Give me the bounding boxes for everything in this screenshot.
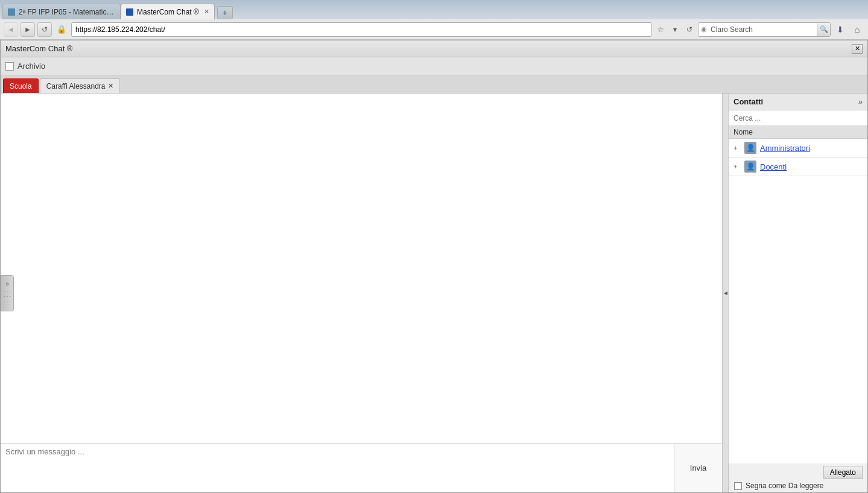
contact-group-amministratori[interactable]: + 👤 Amministratori [729, 139, 867, 157]
person-icon-docenti: 👤 [746, 162, 755, 171]
contact-name-amministratori[interactable]: Amministratori [760, 144, 810, 153]
avatar-docenti: 👤 [744, 161, 756, 173]
search-engine-icon[interactable]: ◉ [699, 25, 709, 33]
reload-button[interactable]: ↺ [37, 22, 52, 37]
search-box-label: Claro Search [709, 25, 817, 34]
lock-icon: 🔒 [54, 22, 69, 37]
contacts-empty-area [729, 176, 867, 463]
browser-tab-1[interactable]: 2ª FP IFP IP05 - Matematica - Caraffi ..… [2, 4, 121, 19]
expand-icon-docenti: + [733, 163, 741, 170]
home-button[interactable]: ⌂ [850, 22, 864, 37]
tab-bar: 2ª FP IFP IP05 - Matematica - Caraffi ..… [0, 0, 868, 19]
contacts-toggle-button[interactable]: ◄ [723, 94, 729, 492]
chat-input[interactable] [1, 444, 674, 492]
contact-group-docenti[interactable]: + 👤 Docenti [729, 157, 867, 176]
tab-favicon-1 [8, 8, 15, 16]
contacts-expand-button[interactable]: » [858, 97, 863, 106]
app-window: MasterCom Chat ® ✕ Archivio Scuola Caraf… [0, 40, 868, 493]
chat-input-section [1, 444, 674, 492]
bookmark-list-icon[interactable]: ▾ [669, 24, 681, 36]
bookmark-icon[interactable]: ☆ [654, 24, 667, 36]
search-box: ◉ Claro Search 🔍 [698, 22, 831, 37]
contacts-column-name: Nome [733, 128, 753, 136]
side-toggle-arrows-icon: » [5, 281, 9, 287]
contacts-search-input[interactable] [729, 110, 867, 126]
chat-tabs-bar: Scuola Caraffi Alessandra ✕ [1, 75, 867, 94]
new-tab-button[interactable]: + [217, 6, 233, 19]
chat-panel: » · · ·· · ·· · · Invia [1, 94, 723, 492]
send-section: Invia [674, 444, 722, 492]
tab-close-btn[interactable]: ✕ [204, 8, 209, 16]
address-bar[interactable] [71, 22, 652, 37]
tab-scuola-label: Scuola [10, 82, 32, 91]
contact-name-docenti[interactable]: Docenti [760, 162, 787, 171]
search-submit-btn[interactable]: 🔍 [817, 23, 830, 36]
tab-favicon-2 [126, 8, 133, 16]
forward-button[interactable]: ► [21, 22, 35, 37]
segna-label: Segna come Da leggere [746, 482, 823, 490]
app-close-button[interactable]: ✕ [852, 44, 863, 54]
nav-icons: ☆ ▾ ↺ [654, 24, 695, 36]
right-bottom-extras: Allegato Segna come Da leggere [729, 463, 867, 492]
back-button[interactable]: ◄ [4, 22, 18, 37]
send-button[interactable]: Invia [690, 463, 706, 472]
browser-tab-1-label: 2ª FP IFP IP05 - Matematica - Caraffi ..… [19, 8, 115, 16]
contacts-header: Contatti » [729, 94, 867, 110]
expand-icon-amministratori: + [733, 144, 741, 151]
allegato-button[interactable]: Allegato [823, 466, 863, 479]
browser-tab-2-label: MasterCom Chat ® [137, 8, 199, 16]
archive-checkbox[interactable] [5, 62, 14, 71]
app-toolbar: Archivio [1, 57, 867, 75]
download-button[interactable]: ⬇ [833, 22, 847, 37]
person-icon-amministratori: 👤 [746, 144, 755, 152]
app-title-bar: MasterCom Chat ® ✕ [1, 40, 867, 57]
contacts-column-header: Nome [729, 126, 867, 139]
tab-scuola[interactable]: Scuola [3, 78, 39, 93]
nav-bar: ◄ ► ↺ 🔒 ☆ ▾ ↺ ◉ Claro Search 🔍 ⬇ ⌂ [0, 19, 868, 40]
side-toggle-dots-icon: · · ·· · ·· · · [4, 288, 11, 305]
right-column: Contatti » Nome + 👤 Amministratori + � [729, 94, 867, 492]
reload-icon[interactable]: ↺ [683, 24, 695, 36]
archive-label: Archivio [17, 62, 45, 71]
main-content: » · · ·· · ·· · · Invia ◄ Contatti [1, 94, 867, 492]
avatar-amministratori: 👤 [744, 142, 756, 154]
tab-caraffi-label: Caraffi Alessandra [46, 82, 106, 91]
tab-caraffi-close[interactable]: ✕ [108, 82, 113, 90]
browser-chrome: 2ª FP IFP IP05 - Matematica - Caraffi ..… [0, 0, 868, 40]
tab-caraffi[interactable]: Caraffi Alessandra ✕ [40, 78, 120, 93]
contacts-title: Contatti [733, 97, 763, 106]
segna-row: Segna come Da leggere [734, 482, 863, 490]
chat-messages-area [1, 94, 722, 443]
browser-tab-2[interactable]: MasterCom Chat ® ✕ [121, 4, 215, 19]
side-toggle-button[interactable]: » · · ·· · ·· · · [1, 275, 14, 311]
chat-bottom-bar: Invia [1, 443, 722, 492]
segna-checkbox[interactable] [734, 482, 742, 490]
app-title: MasterCom Chat ® [5, 44, 72, 53]
